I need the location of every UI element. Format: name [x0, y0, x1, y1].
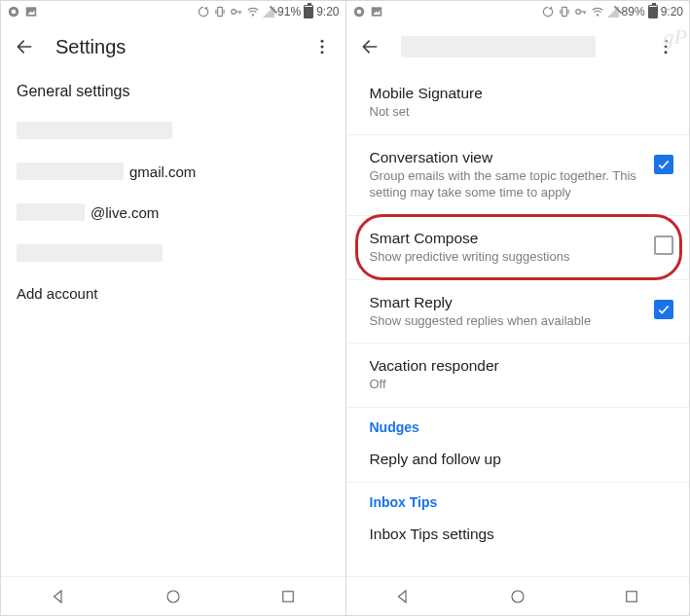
nav-home-button[interactable]	[163, 586, 184, 607]
key-icon	[574, 5, 588, 18]
setting-mobile-signature[interactable]: Mobile Signature Not set	[346, 71, 690, 135]
svg-marker-4	[204, 7, 208, 11]
setting-label: Mobile Signature	[370, 85, 674, 102]
svg-point-31	[665, 46, 668, 49]
setting-smart-compose[interactable]: Smart Compose Show predictive writing su…	[346, 216, 690, 280]
no-signal-icon	[607, 6, 619, 18]
system-nav-bar	[346, 576, 690, 615]
clock: 9:20	[661, 5, 683, 18]
setting-label: Vacation responder	[370, 357, 674, 375]
back-button[interactable]	[11, 33, 38, 60]
phone-right: 89% 9:20 gP Mobile Signature Not set Con…	[345, 1, 690, 615]
svg-rect-5	[218, 7, 223, 16]
image-icon	[24, 5, 38, 18]
svg-point-34	[512, 591, 524, 602]
setting-sub: Off	[370, 377, 674, 393]
svg-point-16	[167, 591, 179, 602]
redacted-text	[17, 163, 124, 180]
svg-rect-35	[627, 591, 637, 601]
battery-icon	[304, 5, 313, 18]
clock: 9:20	[316, 5, 339, 18]
overflow-menu-button[interactable]	[309, 33, 336, 60]
battery-pct: 91%	[277, 5, 301, 18]
svg-marker-15	[54, 591, 61, 602]
vibrate-icon	[213, 5, 227, 18]
account-item[interactable]: gmail.com	[1, 151, 345, 192]
svg-marker-33	[399, 591, 407, 602]
setting-vacation-responder[interactable]: Vacation responder Off	[346, 344, 690, 408]
notification-circle-icon	[7, 5, 20, 18]
svg-point-19	[356, 10, 361, 15]
nudges-section-header: Nudges	[346, 408, 690, 441]
setting-inbox-tips[interactable]: Inbox Tips settings	[346, 516, 690, 557]
refresh-icon	[197, 5, 210, 18]
svg-point-13	[320, 46, 323, 49]
svg-point-1	[12, 10, 17, 15]
setting-sub: Not set	[370, 104, 674, 121]
account-item[interactable]	[1, 233, 345, 273]
checkbox-smart-compose[interactable]	[654, 236, 673, 255]
wifi-icon	[246, 5, 260, 18]
account-suffix: @live.com	[91, 204, 159, 221]
status-bar: 91% 9:20	[1, 1, 345, 22]
svg-point-29	[596, 14, 598, 16]
setting-reply-follow-up[interactable]: Reply and follow up	[346, 441, 690, 483]
account-list: gmail.com @live.com Add account	[1, 110, 345, 313]
setting-sub: Group emails with the same topic togethe…	[370, 168, 645, 201]
checkbox-conversation-view[interactable]	[654, 155, 673, 174]
redacted-text	[17, 122, 172, 139]
setting-conversation-view[interactable]: Conversation view Group emails with the …	[346, 135, 690, 216]
account-item[interactable]: @live.com	[1, 192, 345, 233]
general-settings-header[interactable]: General settings	[1, 71, 345, 110]
app-bar: Settings	[1, 22, 345, 71]
nav-back-button[interactable]	[392, 586, 414, 607]
system-nav-bar	[1, 576, 345, 615]
setting-label: Conversation view	[370, 149, 645, 166]
battery-pct: 89%	[622, 5, 645, 18]
setting-label: Smart Compose	[370, 230, 645, 247]
setting-sub: Show suggested replies when available	[370, 313, 645, 330]
overflow-menu-button[interactable]	[652, 33, 679, 60]
svg-point-14	[320, 51, 323, 54]
svg-point-11	[252, 14, 254, 16]
wifi-icon	[591, 5, 604, 18]
key-icon	[230, 5, 243, 18]
checkbox-smart-reply[interactable]	[654, 300, 673, 319]
settings-list: Mobile Signature Not set Conversation vi…	[346, 71, 690, 557]
svg-point-12	[320, 40, 323, 43]
svg-point-32	[665, 51, 668, 54]
redacted-text	[401, 36, 596, 57]
nav-recents-button[interactable]	[621, 586, 642, 607]
no-signal-icon	[263, 6, 274, 18]
svg-rect-23	[562, 7, 566, 16]
setting-label: Smart Reply	[370, 294, 645, 311]
nav-back-button[interactable]	[48, 586, 69, 607]
back-button[interactable]	[356, 33, 383, 60]
redacted-text	[17, 203, 85, 221]
setting-sub: Show predictive writing suggestions	[370, 249, 645, 266]
phone-left: 91% 9:20 Settings General settings gmail…	[1, 1, 345, 615]
svg-point-30	[665, 40, 668, 43]
battery-icon	[648, 5, 658, 18]
app-bar	[346, 22, 690, 71]
page-title	[401, 36, 636, 57]
setting-smart-reply[interactable]: Smart Reply Show suggested replies when …	[346, 280, 690, 344]
add-account-label: Add account	[17, 285, 97, 302]
nav-recents-button[interactable]	[277, 586, 299, 607]
page-title: Settings	[55, 36, 291, 58]
svg-rect-17	[282, 591, 293, 601]
notification-circle-icon	[352, 5, 366, 18]
nav-home-button[interactable]	[507, 586, 528, 607]
vibrate-icon	[558, 5, 571, 18]
refresh-icon	[541, 5, 555, 18]
account-item[interactable]	[1, 110, 345, 151]
svg-point-26	[575, 10, 580, 15]
inbox-tips-section-header: Inbox Tips	[346, 483, 690, 516]
image-icon	[370, 5, 383, 18]
svg-point-8	[232, 10, 236, 15]
status-bar: 89% 9:20	[346, 1, 690, 22]
svg-marker-22	[548, 7, 552, 11]
add-account-button[interactable]: Add account	[1, 273, 345, 313]
account-suffix: gmail.com	[129, 163, 196, 180]
redacted-text	[17, 244, 163, 262]
